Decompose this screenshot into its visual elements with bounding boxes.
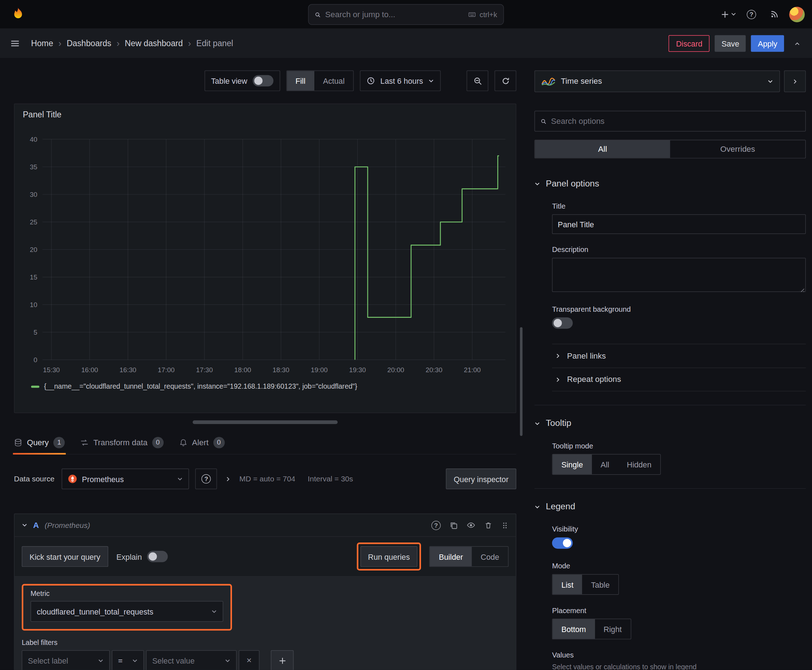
help-button[interactable]: ? — [744, 6, 759, 22]
grafana-app: ctrl+k ? — [0, 0, 812, 670]
svg-text:20:30: 20:30 — [425, 366, 442, 374]
tab-transform[interactable]: Transform data 0 — [81, 431, 164, 454]
tooltip-hidden-option[interactable]: Hidden — [618, 455, 660, 474]
repeat-options-label: Repeat options — [567, 375, 621, 384]
legend-table-option[interactable]: Table — [582, 575, 618, 594]
collapse-query-icon[interactable] — [22, 522, 27, 528]
collapse-pane-button[interactable] — [789, 35, 805, 52]
left-scrollbar-thumb[interactable] — [520, 327, 522, 436]
user-avatar[interactable] — [789, 7, 805, 22]
panel-options-title: Panel options — [546, 179, 599, 189]
table-view-toggle[interactable] — [253, 75, 273, 86]
pane-splitter[interactable] — [14, 413, 516, 431]
placement-bottom-option[interactable]: Bottom — [553, 619, 595, 639]
options-search[interactable] — [534, 111, 806, 132]
menu-toggle-button[interactable] — [7, 35, 22, 52]
label-filters-field: Label filters Select label = — [22, 639, 509, 670]
actual-option[interactable]: Actual — [314, 71, 353, 91]
legend-list-option[interactable]: List — [553, 575, 582, 594]
add-filter-button[interactable] — [271, 650, 293, 670]
description-textarea[interactable] — [552, 258, 806, 292]
query-help-button[interactable]: ? — [431, 520, 441, 530]
breadcrumb-new-dashboard[interactable]: New dashboard — [125, 39, 183, 48]
remove-filter-button[interactable]: × — [239, 650, 259, 670]
chart-legend[interactable]: {__name__="cloudflared_tunnel_total_requ… — [22, 382, 509, 391]
options-tab-overrides[interactable]: Overrides — [670, 140, 805, 158]
global-search[interactable]: ctrl+k — [308, 4, 504, 25]
grafana-logo[interactable] — [10, 7, 26, 22]
visualization-picker[interactable]: Time series — [534, 71, 780, 92]
transparent-background-toggle[interactable] — [552, 318, 573, 329]
repeat-options-row[interactable]: Repeat options — [552, 367, 806, 392]
legend-mode-label: Mode — [552, 562, 806, 570]
caret-down-icon — [731, 12, 736, 17]
select-value-dropdown[interactable]: Select value — [146, 650, 237, 670]
datasource-help-button[interactable]: ? — [195, 469, 217, 489]
legend-visibility-toggle[interactable] — [552, 537, 573, 549]
metric-select[interactable]: cloudflared_tunnel_total_requests — [31, 601, 223, 622]
svg-text:30: 30 — [30, 191, 37, 198]
panel-options-header[interactable]: Panel options — [534, 177, 599, 191]
panel-links-row[interactable]: Panel links — [552, 343, 806, 367]
search-icon — [315, 12, 320, 17]
caret-down-icon — [225, 658, 231, 663]
options-search-input[interactable] — [551, 116, 800, 126]
delete-query-button[interactable] — [484, 521, 492, 530]
operator-dropdown[interactable]: = — [112, 650, 144, 670]
splitter-handle[interactable] — [193, 420, 337, 424]
run-queries-button[interactable]: Run queries — [360, 546, 417, 567]
visualization-name: Time series — [561, 76, 602, 86]
tooltip-all-option[interactable]: All — [592, 455, 618, 474]
breadcrumb-home[interactable]: Home — [31, 39, 53, 48]
select-label-dropdown[interactable]: Select label — [22, 650, 110, 670]
metric-field: Metric cloudflared_tunnel_total_requests — [31, 589, 223, 622]
new-menu-button[interactable] — [721, 6, 736, 22]
builder-option[interactable]: Builder — [430, 546, 472, 566]
duplicate-query-button[interactable] — [450, 521, 458, 530]
tab-query[interactable]: Query 1 — [14, 431, 65, 454]
tab-alert[interactable]: Alert 0 — [179, 431, 224, 454]
caret-down-icon — [768, 78, 773, 84]
kickstart-button[interactable]: Kick start your query — [22, 546, 108, 567]
refresh-button[interactable] — [495, 71, 516, 91]
viz-picker-row: Time series — [534, 71, 806, 92]
plus-icon — [721, 10, 729, 18]
bell-icon — [179, 438, 187, 446]
panel-title[interactable]: Panel Title — [22, 109, 509, 123]
code-option[interactable]: Code — [472, 546, 508, 566]
panel-title-input[interactable] — [552, 214, 806, 234]
news-button[interactable] — [766, 6, 782, 22]
svg-text:25: 25 — [30, 218, 37, 226]
breadcrumb-dashboards[interactable]: Dashboards — [66, 39, 111, 48]
svg-text:20: 20 — [30, 246, 37, 254]
chevron-up-icon — [794, 41, 800, 47]
legend-header[interactable]: Legend — [534, 500, 575, 514]
drag-handle[interactable] — [501, 521, 509, 530]
datasource-picker[interactable]: Prometheus — [61, 469, 189, 489]
time-series-chart[interactable]: 051015202530354015:3016:0016:3017:0017:3… — [22, 123, 509, 382]
viz-suggestions-button[interactable] — [784, 71, 806, 92]
placement-right-option[interactable]: Right — [595, 619, 631, 639]
zoom-out-button[interactable] — [466, 71, 488, 91]
tooltip-single-option[interactable]: Single — [553, 455, 592, 474]
query-options-expand[interactable] — [224, 474, 233, 484]
apply-button[interactable]: Apply — [751, 35, 784, 52]
svg-text:35: 35 — [30, 163, 37, 171]
legend-mode-field: Mode List Table — [552, 562, 806, 595]
explain-toggle[interactable] — [147, 551, 168, 562]
query-inspector-button[interactable]: Query inspector — [446, 469, 517, 489]
query-header[interactable]: A (Prometheus) ? — [15, 514, 516, 537]
clock-icon — [367, 76, 375, 85]
label-filters-label: Label filters — [22, 639, 509, 647]
global-search-input[interactable] — [325, 10, 463, 19]
grafana-flame-icon — [10, 7, 26, 22]
discard-button[interactable]: Discard — [669, 35, 710, 52]
time-range-picker[interactable]: Last 6 hours — [360, 71, 441, 91]
options-tab-all[interactable]: All — [535, 140, 670, 158]
save-button[interactable]: Save — [715, 35, 746, 52]
fill-option[interactable]: Fill — [287, 71, 314, 91]
hide-query-button[interactable] — [466, 521, 475, 530]
rss-icon — [770, 10, 779, 19]
tooltip-header[interactable]: Tooltip — [534, 416, 571, 430]
plus-icon — [278, 657, 286, 665]
